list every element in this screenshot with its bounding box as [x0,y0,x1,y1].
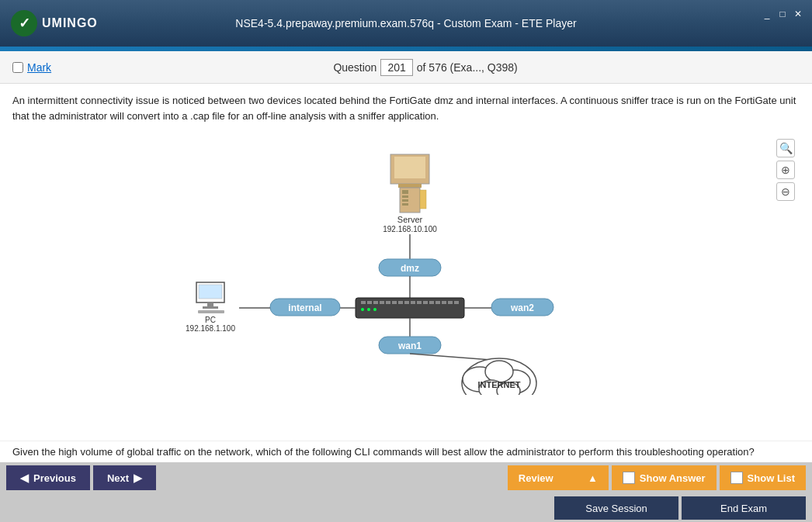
svg-rect-42 [203,306,218,309]
svg-rect-5 [402,195,408,198]
logo: ✓ UMINGO [11,10,98,36]
mark-label[interactable]: Mark [27,61,51,74]
svg-rect-4 [402,190,408,194]
previous-label: Previous [33,472,76,484]
app-title: NSE4-5.4.prepaway.premium.exam.576q - Cu… [235,17,576,29]
end-exam-button[interactable]: End Exam [682,496,806,520]
svg-rect-22 [398,301,403,304]
next-arrow-icon: ▶ [134,472,142,484]
previous-button[interactable]: ◀ Previous [6,465,90,490]
zoom-in-button[interactable]: ⊕ [776,161,795,179]
svg-rect-19 [380,301,384,304]
svg-rect-16 [361,301,366,304]
review-dropdown-icon: ▲ [588,472,598,484]
mark-container[interactable]: Mark [12,61,51,74]
save-session-label: Save Session [585,503,647,514]
previous-arrow-icon: ◀ [20,472,29,484]
show-list-label: Show List [748,472,795,484]
question-label: Question [333,61,377,74]
svg-rect-15 [356,298,464,318]
svg-rect-18 [373,301,378,304]
show-answer-label: Show Answer [640,472,706,484]
svg-rect-41 [207,302,213,306]
svg-point-32 [361,308,364,311]
window-controls: _ □ ✕ [761,8,804,20]
action-bar: Save Session End Exam [0,493,812,522]
next-label: Next [107,472,129,484]
svg-text:PC: PC [205,316,216,324]
svg-rect-1 [394,157,425,178]
svg-rect-2 [398,184,422,188]
svg-text:dmz: dmz [401,263,419,274]
network-diagram: Server 192.168.10.100 dmz [12,131,800,395]
show-list-button[interactable]: Show List [720,465,806,490]
svg-rect-7 [402,203,408,206]
svg-rect-27 [429,301,434,304]
save-session-button[interactable]: Save Session [554,496,678,520]
svg-text:INTERNET: INTERNET [478,380,521,389]
svg-point-34 [373,308,377,311]
zoom-out-button[interactable]: ⊖ [776,182,795,201]
end-exam-label: End Exam [720,503,767,514]
question-total: of 576 (Exa..., Q398) [417,61,518,74]
next-button[interactable]: Next ▶ [93,465,156,490]
restore-button[interactable]: □ [776,8,789,20]
close-button[interactable]: ✕ [792,8,804,20]
svg-text:internal: internal [288,302,321,313]
question-number-box: 201 [380,59,412,76]
navigation-bar: ◀ Previous Next ▶ Review ▲ Show Answer S… [0,462,812,493]
show-list-checkbox-icon [730,472,743,484]
svg-rect-21 [392,301,397,304]
svg-rect-24 [411,301,415,304]
svg-rect-31 [454,301,459,304]
svg-rect-6 [402,199,408,202]
mark-checkbox[interactable] [12,62,23,73]
svg-text:Server: Server [397,215,423,224]
svg-rect-43 [198,310,224,313]
svg-rect-8 [420,190,426,209]
svg-rect-40 [199,285,222,299]
question-text: An intermittent connectivity issue is no… [12,93,800,123]
question-header: Mark Question 201 of 576 (Exa..., Q398) [0,51,812,84]
review-label: Review [519,472,553,484]
logo-text: UMINGO [42,16,98,30]
show-answer-button[interactable]: Show Answer [612,465,717,490]
svg-text:wan2: wan2 [510,302,534,313]
svg-rect-26 [423,301,428,304]
review-button[interactable]: Review ▲ [508,465,609,490]
svg-point-56 [485,361,513,382]
svg-line-52 [410,354,491,360]
logo-icon: ✓ [11,10,37,36]
svg-rect-30 [448,301,453,304]
minimize-button[interactable]: _ [761,8,773,20]
diagram-svg: Server 192.168.10.100 dmz [181,131,631,395]
svg-text:192.168.10.100: 192.168.10.100 [383,225,437,233]
question-number-display: Question 201 of 576 (Exa..., Q398) [333,59,517,76]
svg-rect-29 [442,301,446,304]
bottom-question-text: Given the high volume of global traffic … [0,441,812,462]
svg-rect-17 [367,301,372,304]
svg-rect-28 [435,301,440,304]
svg-rect-20 [386,301,390,304]
title-bar: ✓ UMINGO NSE4-5.4.prepaway.premium.exam.… [0,0,812,47]
svg-rect-25 [417,301,422,304]
svg-rect-23 [404,301,409,304]
show-answer-checkbox-icon [623,472,635,484]
svg-text:wan1: wan1 [397,341,422,351]
search-zoom-button[interactable]: 🔍 [776,139,795,157]
zoom-controls: 🔍 ⊕ ⊖ [776,139,795,201]
svg-point-33 [367,308,370,311]
svg-text:192.168.1.100: 192.168.1.100 [186,324,235,333]
content-area: An intermittent connectivity issue is no… [0,84,812,441]
